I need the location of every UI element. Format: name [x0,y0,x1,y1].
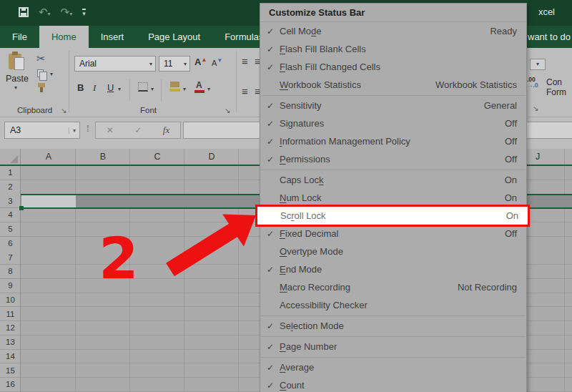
copy-caret-icon[interactable]: ▾ [50,71,53,77]
formula-bar-grip[interactable]: ⁞ [87,123,88,134]
number-dialog-launcher-icon[interactable]: ↘ [533,104,538,112]
font-dialog-launcher-icon[interactable]: ↘ [225,107,230,114]
italic-button[interactable]: I [93,82,96,94]
column-header-a[interactable]: A [21,149,76,165]
paste-caret-icon[interactable]: ▾ [14,84,17,91]
label-access-key: g [288,118,293,129]
menu-item-fixed-decimal[interactable]: ✓Fixed DecimalOff [260,225,526,242]
menu-item-average[interactable]: ✓Average [260,358,526,376]
tell-me-text[interactable]: want to do [528,31,571,42]
name-box-caret-icon[interactable]: ▾ [69,127,79,134]
fill-handle[interactable] [19,206,24,210]
row-header-14[interactable]: 14 [0,350,21,364]
menu-separator [261,336,526,337]
underline-caret-icon[interactable]: ▾ [118,86,121,92]
label-access-key: P [280,341,286,352]
decrease-decimal-icon[interactable]: .00 →.0 [527,77,544,88]
cut-icon[interactable]: ✂ [36,52,46,65]
row-header-15[interactable]: 15 [0,364,21,378]
column-header-c[interactable]: C [130,149,184,165]
menu-item-caps-lock[interactable]: Caps LockOn [260,171,526,189]
fill-color-icon[interactable] [170,82,179,87]
row-header-5[interactable]: 5 [0,222,21,237]
row-header-2[interactable]: 2 [0,180,21,195]
row-header-8[interactable]: 8 [0,265,21,279]
enter-icon[interactable]: ✓ [134,125,142,135]
menu-item-page-number[interactable]: ✓Page Number [260,338,526,356]
menu-item-workbook-statistics[interactable]: Workbook StatisticsWorkbook Statistics [260,76,526,94]
undo-button[interactable]: ↶▾ [39,6,51,19]
customize-qat-icon[interactable]: ▾ [82,9,86,16]
font-name-combo[interactable]: Arial ▾ [74,56,156,72]
increase-font-size-button[interactable]: A▲ [194,57,207,67]
tab-home[interactable]: Home [39,26,89,48]
font-color-caret-icon[interactable]: ▾ [207,86,210,92]
active-cell-a3[interactable] [21,195,76,207]
menu-item-accessibility-checker[interactable]: Accessibility Checker [260,296,526,314]
paste-button[interactable]: Paste [4,74,30,84]
menu-item-permissions[interactable]: ✓PermissionsOff [260,150,526,168]
align-left-icon[interactable]: ≡ [242,85,247,97]
font-size-caret-icon[interactable]: ▾ [184,61,189,67]
menu-item-value: Off [505,154,526,165]
menu-item-cell-mode[interactable]: ✓Cell ModeReady [260,22,526,40]
font-color-icon[interactable]: A [196,81,202,89]
menu-item-sensitivity[interactable]: ✓SensitivityGeneral [260,97,526,114]
row-header-9[interactable]: 9 [0,279,21,293]
menu-item-selection-mode[interactable]: ✓Selection Mode [260,317,526,335]
tab-insert[interactable]: Insert [89,26,137,48]
undo-caret-icon[interactable]: ▾ [48,11,51,17]
column-header-d[interactable]: D [184,149,239,165]
row-header-6[interactable]: 6 [0,237,21,251]
row-header-11[interactable]: 11 [0,308,21,322]
fill-color-caret-icon[interactable]: ▾ [183,86,186,92]
format-painter-icon[interactable] [38,83,45,87]
menu-item-macro-recording[interactable]: Macro RecordingNot Recording [260,278,526,296]
menu-item-overtype-mode[interactable]: Overtype Mode [260,242,526,260]
menu-item-count[interactable]: ✓Count [260,376,526,392]
menu-item-label: Signatures [280,118,324,129]
insert-function-icon[interactable]: fx [163,124,169,136]
align-top-icon[interactable]: ≡ [242,55,247,67]
menu-item-information-management-policy[interactable]: ✓Information Management PolicyOff [260,132,526,150]
menu-item-flash-fill-blank-cells[interactable]: ✓Flash Fill Blank Cells [260,40,526,58]
row-header-12[interactable]: 12 [0,321,21,335]
select-all-corner[interactable] [0,149,21,165]
row-header-1[interactable]: 1 [0,166,21,180]
row-headers[interactable]: 12345678910111213141516 [0,166,21,392]
menu-item-scroll-lock[interactable]: Scroll LockOn [255,205,530,227]
checkmark-icon: ✓ [260,363,280,373]
row-header-10[interactable]: 10 [0,293,21,308]
column-header-b[interactable]: B [76,149,130,165]
bold-button[interactable]: B [77,82,84,93]
font-name-caret-icon[interactable]: ▾ [149,61,155,67]
tab-page-layout[interactable]: Page Layout [136,26,212,48]
number-format-caret-icon[interactable]: ▾ [530,59,546,70]
checkmark-icon: ✓ [260,155,280,165]
menu-item-flash-fill-changed-cells[interactable]: ✓Flash Fill Changed Cells [260,58,526,76]
row-header-4[interactable]: 4 [0,208,21,222]
font-size-combo[interactable]: 11 ▾ [159,56,190,72]
redo-button[interactable]: ↷▾ [61,6,73,19]
clipboard-dialog-launcher-icon[interactable]: ↘ [61,107,66,114]
row-header-13[interactable]: 13 [0,335,21,350]
underline-button[interactable]: U [107,82,114,93]
undo-icon: ↶ [39,6,48,18]
name-box[interactable]: A3 ▾ [4,122,80,139]
column-header-k[interactable]: K [565,149,572,165]
menu-item-label: Selection Mode [280,320,344,331]
copy-icon[interactable] [37,69,44,77]
conditional-formatting-button[interactable]: Con [546,77,562,87]
row-header-16[interactable]: 16 [0,378,21,392]
decrease-font-size-button[interactable]: A▼ [212,57,222,67]
menu-item-end-mode[interactable]: ✓End Mode [260,260,526,278]
menu-item-signatures[interactable]: ✓SignaturesOff [260,114,526,132]
row-header-3[interactable]: 3 [0,195,21,209]
save-icon[interactable] [19,7,29,17]
cancel-icon[interactable]: ✕ [107,125,114,135]
row-header-7[interactable]: 7 [0,251,21,265]
borders-icon[interactable] [138,82,148,92]
redo-caret-icon[interactable]: ▾ [69,11,72,17]
borders-caret-icon[interactable]: ▾ [151,86,154,92]
tab-file[interactable]: File [0,26,39,48]
